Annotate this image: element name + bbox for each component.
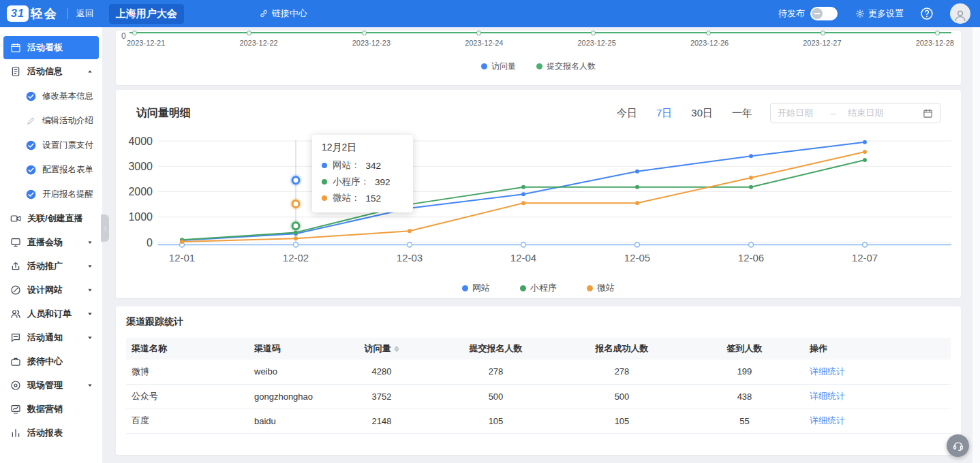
cell-visits: 2148: [331, 409, 433, 433]
data-point-marker: [591, 31, 596, 35]
column-label: 渠道码: [254, 343, 281, 353]
check-circle-icon: [26, 189, 36, 199]
cell-success: 105: [559, 409, 685, 433]
svg-text:12-05: 12-05: [624, 252, 650, 264]
sidebar-subitem-edit-basic-info[interactable]: 修改基本信息: [0, 84, 102, 108]
sidebar-item-people-orders[interactable]: 人员和订单: [3, 302, 99, 325]
tooltip-series-value: 342: [366, 161, 382, 171]
sidebar-item-onsite[interactable]: 现场管理: [3, 374, 99, 397]
series-dot: [322, 163, 327, 168]
date-range-picker[interactable]: 开始日期 – 结束日期: [770, 103, 940, 123]
range-separator: –: [831, 108, 836, 118]
sidebar-subitem-signup-form[interactable]: 配置报名表单: [0, 157, 102, 182]
cell-channel-code: gongzhonghao: [249, 384, 331, 409]
tab-一年[interactable]: 一年: [732, 107, 752, 120]
sidebar-item-notifications[interactable]: 活动通知: [3, 326, 99, 349]
pencil-icon: [26, 116, 36, 126]
publish-toggle[interactable]: [810, 7, 838, 20]
cell-action: 详细统计: [804, 409, 951, 433]
svg-text:3000: 3000: [128, 161, 153, 172]
help-icon[interactable]: [920, 7, 934, 20]
legend-label: 小程序: [530, 282, 557, 294]
chevron-down-icon: [87, 382, 93, 389]
column-header-1: 渠道码: [249, 338, 331, 360]
sidebar-subitem-edit-intro[interactable]: 编辑活动介绍: [0, 108, 102, 133]
chevron-up-icon: [87, 68, 93, 75]
channel-tracking-card: 渠道跟踪统计 渠道名称渠道码访问量提交报名人数报名成功人数签到人数操作 微博we…: [116, 306, 961, 455]
column-header-5: 签到人数: [685, 338, 804, 360]
link-center-label: 链接中心: [272, 7, 307, 20]
divider: [67, 8, 68, 19]
page-scrollbar[interactable]: [972, 27, 980, 463]
sidebar-item-label: 数据营销: [27, 403, 63, 415]
sort-icon[interactable]: [394, 346, 399, 352]
cell-action: 详细统计: [804, 360, 951, 384]
data-point-marker: [935, 31, 940, 35]
column-header-2[interactable]: 访问量: [331, 338, 433, 360]
event-name-chip[interactable]: 上海用户大会: [109, 4, 184, 24]
cell-visits: 3752: [331, 384, 433, 409]
cell-channel-name: 微博: [126, 360, 249, 384]
panel-title: 访问量明细: [136, 106, 191, 121]
check-circle-icon: [26, 140, 36, 150]
sidebar-item-create-live[interactable]: 关联/创建直播: [3, 207, 99, 230]
channel-table: 渠道名称渠道码访问量提交报名人数报名成功人数签到人数操作 微博weibo4280…: [126, 338, 951, 434]
sidebar-item-reports[interactable]: 活动报表: [3, 421, 99, 445]
report-icon: [10, 428, 21, 438]
tab-今日[interactable]: 今日: [617, 107, 637, 120]
data-icon: [10, 404, 21, 415]
svg-text:1000: 1000: [128, 211, 153, 223]
sidebar-item-event-info[interactable]: 活动信息: [3, 60, 99, 83]
range-tabs: 今日7日30日一年: [617, 107, 752, 120]
sidebar-item-label: 直播会场: [27, 236, 63, 249]
legend-item[interactable]: 访问量: [481, 61, 516, 72]
cell-success: 500: [559, 384, 685, 409]
link-center-button[interactable]: 链接中心: [259, 7, 307, 20]
chat-icon: [10, 332, 21, 343]
more-settings-button[interactable]: 更多设置: [855, 7, 904, 20]
data-point-marker: [706, 31, 711, 35]
legend-dot: [520, 285, 526, 291]
legend-item[interactable]: 小程序: [520, 282, 557, 294]
sidebar-subitem-signup-reminder[interactable]: 开启报名提醒: [0, 182, 102, 206]
app-logo[interactable]: 31 轻会: [7, 5, 58, 22]
sidebar-item-data-marketing[interactable]: 数据营销: [3, 398, 99, 421]
sidebar-subitem-ticket-payment[interactable]: 设置门票支付: [0, 133, 102, 157]
legend-item[interactable]: 微站: [587, 282, 615, 294]
chevron-left-icon: [102, 225, 108, 232]
headset-icon: [952, 440, 964, 452]
x-axis-label: 2023-12-28: [916, 39, 954, 47]
x-axis-label: 2023-12-26: [690, 39, 729, 47]
sidebar-item-live-venue[interactable]: 直播会场: [3, 231, 99, 254]
disc-icon: [10, 380, 21, 391]
chevron-down-icon: [87, 263, 93, 270]
support-button[interactable]: [947, 434, 969, 457]
sidebar-item-design-site[interactable]: 设计网站: [3, 278, 99, 302]
sidebar-item-reception[interactable]: 接待中心: [3, 350, 99, 373]
legend-dot: [536, 63, 542, 69]
sidebar-item-dashboard[interactable]: 活动看板: [3, 36, 99, 59]
legend-item[interactable]: 网站: [462, 282, 490, 294]
sidebar-item-label: 设计网站: [27, 284, 63, 296]
sidebar-collapse-handle[interactable]: [101, 214, 109, 242]
tab-30日[interactable]: 30日: [691, 107, 713, 120]
x-axis-label: 2023-12-25: [578, 39, 616, 47]
column-label: 操作: [810, 343, 827, 353]
avatar[interactable]: [950, 3, 970, 24]
detail-stats-link[interactable]: 详细统计: [810, 415, 845, 426]
topbar: 31 轻会 返回 上海用户大会 链接中心 待发布 更多设置: [0, 0, 980, 27]
legend-item[interactable]: 提交报名人数: [536, 61, 596, 72]
detail-stats-link[interactable]: 详细统计: [810, 366, 845, 377]
sidebar-item-label: 活动推广: [27, 260, 63, 272]
end-date-placeholder: 结束日期: [848, 107, 883, 119]
cell-channel-code: baidu: [249, 409, 331, 433]
sidebar-item-promotion[interactable]: 活动推广: [3, 255, 99, 278]
tab-7日[interactable]: 7日: [656, 107, 672, 120]
svg-text:12-04: 12-04: [510, 252, 536, 264]
detail-stats-link[interactable]: 详细统计: [810, 391, 845, 401]
back-button[interactable]: 返回: [76, 7, 94, 20]
visits-line-chart[interactable]: 0100020003000400012-0112-0212-0312-0412-…: [116, 127, 961, 273]
data-point-marker: [362, 31, 367, 35]
y-axis-tick: 0: [121, 31, 126, 41]
table-row: 百度baidu214810510555详细统计: [126, 409, 951, 433]
